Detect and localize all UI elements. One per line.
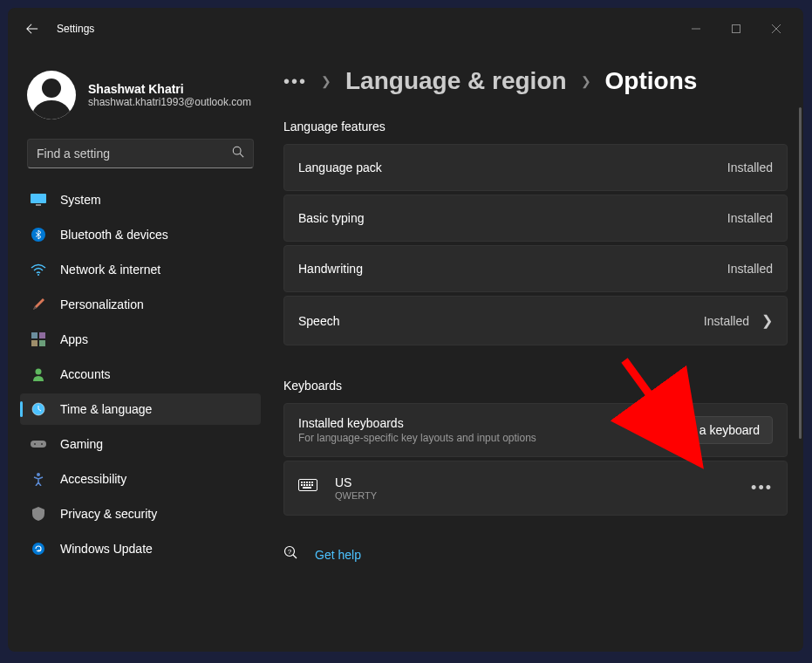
svg-rect-19 <box>301 482 303 483</box>
svg-rect-27 <box>309 484 310 486</box>
nav-label: System <box>60 193 101 207</box>
main-content: ••• ❯ Language & region ❯ Options Langua… <box>270 50 803 652</box>
help-icon: ? <box>283 545 299 564</box>
breadcrumb: ••• ❯ Language & region ❯ Options <box>283 67 788 95</box>
nav-label: Apps <box>60 332 88 346</box>
system-icon <box>31 192 46 208</box>
add-keyboard-button[interactable]: Add a keyboard <box>661 416 773 444</box>
nav-network[interactable]: Network & internet <box>20 254 261 285</box>
breadcrumb-parent[interactable]: Language & region <box>345 67 567 95</box>
svg-rect-21 <box>306 482 308 483</box>
feature-label: Speech <box>298 314 704 328</box>
minimize-button[interactable] <box>676 15 716 43</box>
svg-rect-13 <box>31 441 46 448</box>
profile-email: shashwat.khatri1993@outlook.com <box>88 96 251 108</box>
body: Shashwat Khatri shashwat.khatri1993@outl… <box>8 50 803 652</box>
feature-handwriting[interactable]: Handwriting Installed <box>283 245 788 292</box>
person-icon <box>31 366 46 382</box>
svg-rect-23 <box>311 482 313 483</box>
nav-label: Time & language <box>60 402 152 416</box>
svg-text:?: ? <box>288 548 292 556</box>
svg-point-10 <box>36 369 42 375</box>
installed-keyboards-header: Installed keyboards For language-specifi… <box>283 403 788 457</box>
nav-gaming[interactable]: Gaming <box>20 428 261 460</box>
profile-info: Shashwat Khatri shashwat.khatri1993@outl… <box>88 82 251 108</box>
chevron-right-icon: ❯ <box>321 74 331 88</box>
section-title-features: Language features <box>283 120 788 133</box>
svg-point-15 <box>41 443 43 445</box>
nav-accounts[interactable]: Accounts <box>20 359 261 390</box>
svg-point-14 <box>34 443 36 445</box>
keyboard-info: US QWERTY <box>335 475 734 501</box>
nav-label: Personalization <box>60 297 144 311</box>
svg-rect-29 <box>303 487 311 489</box>
section-title-keyboards: Keyboards <box>283 379 788 393</box>
nav-accessibility[interactable]: Accessibility <box>20 463 261 495</box>
scrollbar[interactable] <box>799 107 802 643</box>
nav-privacy[interactable]: Privacy & security <box>20 498 261 530</box>
back-button[interactable] <box>15 11 50 46</box>
chevron-right-icon: ❯ <box>761 312 773 329</box>
keyboard-layout: QWERTY <box>335 490 734 501</box>
svg-rect-20 <box>304 482 305 483</box>
search-icon <box>232 146 244 161</box>
profile-name: Shashwat Khatri <box>88 82 251 96</box>
svg-rect-9 <box>39 340 45 346</box>
sidebar: Shashwat Khatri shashwat.khatri1993@outl… <box>8 50 270 652</box>
svg-rect-7 <box>39 332 45 338</box>
feature-label: Basic typing <box>298 211 727 225</box>
svg-rect-6 <box>31 332 38 338</box>
scrollbar-thumb[interactable] <box>799 107 802 439</box>
update-icon <box>31 541 46 557</box>
nav-list: System Bluetooth & devices Network & int… <box>20 184 261 564</box>
keyboard-icon <box>298 479 317 497</box>
page-title: Options <box>605 67 698 95</box>
svg-rect-24 <box>301 484 303 486</box>
nav-windows-update[interactable]: Windows Update <box>20 533 261 564</box>
search-input[interactable] <box>37 147 232 161</box>
window-title: Settings <box>57 23 676 35</box>
nav-label: Privacy & security <box>60 507 157 521</box>
nav-label: Windows Update <box>60 542 153 556</box>
accessibility-icon <box>31 471 46 487</box>
nav-system[interactable]: System <box>20 184 261 215</box>
feature-speech[interactable]: Speech Installed ❯ <box>283 296 788 345</box>
feature-label: Handwriting <box>298 262 727 276</box>
feature-language-pack[interactable]: Language pack Installed <box>283 144 788 191</box>
svg-rect-22 <box>309 482 310 483</box>
breadcrumb-overflow[interactable]: ••• <box>283 72 307 92</box>
nav-personalization[interactable]: Personalization <box>20 289 261 320</box>
window-controls <box>676 15 796 43</box>
gamepad-icon <box>31 436 46 452</box>
feature-status: Installed <box>727 211 773 225</box>
svg-point-17 <box>32 543 44 555</box>
bluetooth-icon <box>31 227 46 243</box>
help-label: Get help <box>315 548 361 562</box>
nav-bluetooth[interactable]: Bluetooth & devices <box>20 219 261 250</box>
svg-rect-28 <box>311 484 313 486</box>
apps-icon <box>31 332 46 347</box>
back-arrow-icon <box>26 23 38 35</box>
settings-window: Settings Shashwat Khatri shashwat.khatri… <box>8 8 803 652</box>
svg-point-1 <box>233 147 241 154</box>
close-icon <box>772 24 781 33</box>
nav-time-language[interactable]: Time & language <box>20 393 261 425</box>
feature-basic-typing[interactable]: Basic typing Installed <box>283 195 788 242</box>
feature-label: Language pack <box>298 161 727 174</box>
svg-rect-0 <box>733 25 740 33</box>
brush-icon <box>31 297 46 312</box>
more-options-button[interactable]: ••• <box>751 479 773 497</box>
nav-apps[interactable]: Apps <box>20 324 261 355</box>
keyboard-item[interactable]: US QWERTY ••• <box>283 461 788 516</box>
svg-point-16 <box>37 473 40 476</box>
maximize-button[interactable] <box>716 15 756 43</box>
close-button[interactable] <box>756 15 796 43</box>
avatar <box>27 71 76 120</box>
svg-rect-8 <box>31 340 38 346</box>
svg-rect-3 <box>36 204 41 206</box>
get-help-link[interactable]: ? Get help <box>283 545 788 564</box>
profile-section[interactable]: Shashwat Khatri shashwat.khatri1993@outl… <box>20 58 261 135</box>
search-box[interactable] <box>27 139 254 168</box>
svg-rect-25 <box>304 484 305 486</box>
svg-rect-26 <box>306 484 308 486</box>
